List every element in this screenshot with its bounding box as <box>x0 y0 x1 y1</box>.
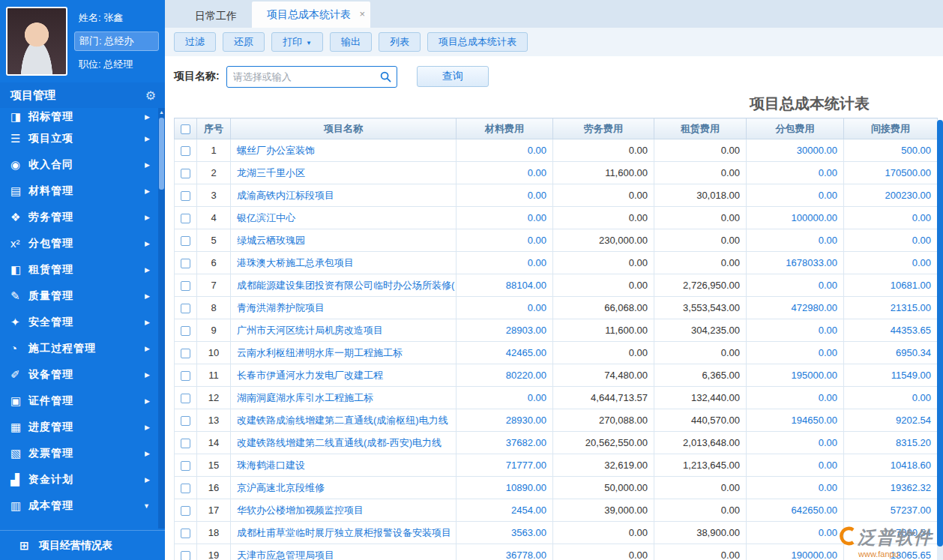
sidebar-item-certificate[interactable]: ▣证件管理▶ <box>0 388 165 414</box>
row-checkbox-cell <box>175 207 197 229</box>
row-checkbox[interactable] <box>181 371 190 381</box>
project-name-link[interactable]: 银亿滨江中心 <box>231 207 457 229</box>
row-index: 10 <box>197 342 231 364</box>
cost-value: 0.00 <box>553 522 654 544</box>
col-header-labor-cost: 劳务费用 <box>553 118 654 139</box>
search-icon[interactable] <box>380 71 391 82</box>
row-checkbox[interactable] <box>181 236 190 246</box>
sidebar-item-income-contract[interactable]: ◉收入合同▶ <box>0 151 165 178</box>
project-name-link[interactable]: 成都能源建设集团投资有限公司临时办公场所装修( <box>231 274 457 297</box>
query-button[interactable]: 查询 <box>417 66 489 87</box>
cost-value: 2,726,950.00 <box>654 274 747 297</box>
gear-icon[interactable]: ⚙ <box>145 88 156 103</box>
project-name-link[interactable]: 广州市天河区统计局机房改造项目 <box>231 319 457 342</box>
row-checkbox[interactable] <box>181 169 190 178</box>
row-checkbox[interactable] <box>181 529 190 538</box>
sidebar-item-project-report[interactable]: ⊞ 项目经营情况表 <box>0 530 165 560</box>
list-button[interactable]: 列表 <box>379 32 421 52</box>
sidebar-scrollbar-thumb[interactable] <box>159 118 164 190</box>
cost-value: 0.00 <box>747 387 844 409</box>
sidebar-item-equipment[interactable]: ✐设备管理▶ <box>0 361 165 388</box>
sidebar-item-labor-service[interactable]: ❖劳务管理▶ <box>0 204 165 230</box>
row-checkbox[interactable] <box>181 146 190 156</box>
row-checkbox[interactable] <box>181 484 190 493</box>
row-checkbox[interactable] <box>181 259 190 268</box>
project-name-link[interactable]: 龙湖三千里小区 <box>231 162 457 184</box>
cost-value: 0.00 <box>654 162 747 184</box>
sidebar-item-lease[interactable]: ◧租赁管理▶ <box>0 256 165 283</box>
cost-value: 6,365.00 <box>654 364 747 387</box>
row-checkbox[interactable] <box>181 506 190 516</box>
output-button[interactable]: 输出 <box>330 32 372 52</box>
sidebar-item-label: 材料管理 <box>28 184 145 198</box>
table-row: 4银亿滨江中心0.000.000.00100000.000.00 <box>175 207 938 229</box>
row-checkbox[interactable] <box>181 349 190 358</box>
sidebar-item-construction-process[interactable]: ◔施工过程管理▶ <box>0 335 165 361</box>
project-name-input[interactable] <box>227 71 380 82</box>
project-name-link[interactable]: 成都杜甫草堂临时展厅独立展柜报警设备安装项目 <box>231 522 457 544</box>
sidebar-item-fund-plan[interactable]: ▟资金计划▶ <box>0 466 165 493</box>
sidebar-item-progress[interactable]: ▦进度管理▶ <box>0 414 165 440</box>
project-name-link[interactable]: 绿城云栖玫瑰园 <box>231 229 457 252</box>
sidebar-item-label: 证件管理 <box>28 394 145 408</box>
sidebar-scrollbar[interactable]: ▲ <box>158 108 165 529</box>
row-checkbox[interactable] <box>181 304 190 313</box>
certificate-icon: ▣ <box>10 394 28 408</box>
sidebar-item-safety[interactable]: ✦安全管理▶ <box>0 309 165 335</box>
close-icon[interactable]: × <box>359 1 365 27</box>
sidebar-item-bid[interactable]: ◨招标管理▶ <box>0 108 165 125</box>
cost-value: 0.00 <box>747 342 844 364</box>
project-name-link[interactable]: 港珠澳大桥施工总承包项目 <box>231 252 457 274</box>
project-name-link[interactable]: 湖南洞庭湖水库引水工程施工标 <box>231 387 457 409</box>
project-name-link[interactable]: 改建铁路线增建第二线直通线(成都-西安)电力线 <box>231 432 457 454</box>
sidebar-item-subcontract[interactable]: x²分包管理▶ <box>0 230 165 256</box>
project-name-link[interactable]: 改建铁路成渝线增建第二直通线(成渝枢纽)电力线 <box>231 409 457 432</box>
scroll-up-arrow-icon[interactable]: ▲ <box>158 108 165 117</box>
project-name-link[interactable]: 成渝高铁内江标段项目 <box>231 184 457 207</box>
tab-project-cost-report[interactable]: 项目总成本统计表 × <box>252 1 370 28</box>
row-index: 11 <box>197 364 231 387</box>
row-checkbox[interactable] <box>181 551 190 560</box>
table-row: 18成都杜甫草堂临时展厅独立展柜报警设备安装项目3563.000.0038,90… <box>175 522 938 544</box>
cost-report-button[interactable]: 项目总成本统计表 <box>427 32 528 52</box>
sidebar-item-project-initiation[interactable]: ☰项目立项▶ <box>0 125 165 151</box>
project-name-link[interactable]: 京沪高速北京段维修 <box>231 477 457 499</box>
chevron-right-icon: ▶ <box>145 476 150 484</box>
row-index: 6 <box>197 252 231 274</box>
project-name-link[interactable]: 长春市伊通河水力发电厂改建工程 <box>231 364 457 387</box>
row-checkbox[interactable] <box>181 416 190 426</box>
project-name-link[interactable]: 云南水利枢纽潜明水库一期工程施工标 <box>231 342 457 364</box>
sidebar-item-material[interactable]: ▤材料管理▶ <box>0 178 165 204</box>
cost-value: 132,440.00 <box>654 387 747 409</box>
cost-value: 71777.00 <box>457 454 553 477</box>
project-name-link[interactable]: 螺丝厂办公室装饰 <box>231 139 457 162</box>
select-all-checkbox[interactable] <box>181 124 190 134</box>
row-checkbox[interactable] <box>181 439 190 448</box>
row-checkbox[interactable] <box>181 281 190 291</box>
main-scrollbar[interactable] <box>937 120 943 560</box>
print-button[interactable]: 打印▼ <box>271 32 323 52</box>
restore-button[interactable]: 还原 <box>223 32 265 52</box>
row-checkbox[interactable] <box>181 461 190 471</box>
project-name-link[interactable]: 天津市应急管理局项目 <box>231 544 457 560</box>
filter-button[interactable]: 过滤 <box>174 32 216 52</box>
project-name-link[interactable]: 珠海鹤港口建设 <box>231 454 457 477</box>
row-checkbox[interactable] <box>181 214 190 223</box>
sidebar-item-cost[interactable]: ▥成本管理▼ <box>0 493 165 519</box>
row-checkbox[interactable] <box>181 394 190 403</box>
tab-daily-work[interactable]: 日常工作 <box>180 4 252 28</box>
table-row: 2龙湖三千里小区0.0011,600.000.000.00170500.00 <box>175 162 938 184</box>
cost-value: 21315.00 <box>844 297 938 319</box>
sidebar-item-quality[interactable]: ✎质量管理▶ <box>0 283 165 309</box>
project-name-link[interactable]: 华软办公楼增加视频监控项目 <box>231 499 457 522</box>
row-checkbox-cell <box>175 162 197 184</box>
chevron-right-icon: ▶ <box>145 161 150 169</box>
row-checkbox[interactable] <box>181 326 190 336</box>
cost-value: 37682.00 <box>457 432 553 454</box>
project-name-link[interactable]: 青海洪湖养护院项目 <box>231 297 457 319</box>
sidebar-item-label: 资金计划 <box>28 473 145 487</box>
cost-value: 0.00 <box>844 229 938 252</box>
sidebar-item-invoice[interactable]: ▧发票管理▶ <box>0 440 165 466</box>
row-checkbox[interactable] <box>181 191 190 201</box>
main-scrollbar-thumb[interactable] <box>937 120 943 547</box>
